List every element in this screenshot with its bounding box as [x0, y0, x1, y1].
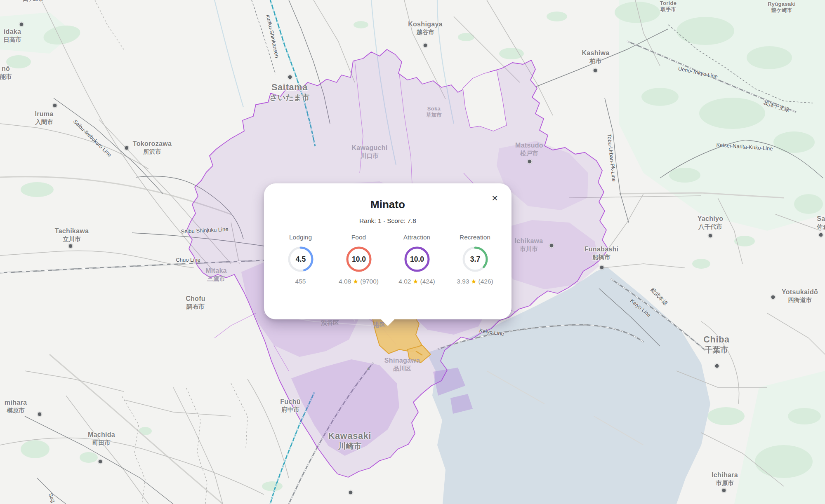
score-gauge: 10.0 [345, 245, 373, 273]
svg-text:10.0: 10.0 [351, 255, 365, 263]
svg-text:3.7: 3.7 [470, 255, 480, 263]
star-icon: ★ [413, 278, 418, 285]
category-label: Food [333, 234, 384, 241]
sub-value: 4.08 [339, 278, 351, 285]
ward-popup: ✕ Minato Rank: 1 · Score: 7.8 Lodging 4.… [264, 183, 512, 319]
review-count: (424) [420, 278, 435, 285]
category-column: Lodging 4.5 455 [275, 234, 326, 285]
category-row: Lodging 4.5 455 Food 10.0 4.08 ★ (9700) … [264, 234, 512, 285]
svg-text:4.5: 4.5 [295, 255, 306, 263]
category-sub: 4.08 ★ (9700) [333, 278, 384, 285]
score-gauge: 10.0 [403, 245, 431, 273]
category-sub: 4.02 ★ (424) [391, 278, 443, 285]
map-app: Saitama さいたま市 Koshigaya 越谷市 Kashiwa 柏市 T… [0, 0, 825, 504]
category-label: Recreation [449, 234, 501, 241]
rank-score-text: Rank: 1 · Score: 7.8 [264, 217, 512, 225]
category-label: Attraction [391, 234, 443, 241]
sub-value: 4.02 [398, 278, 411, 285]
review-count: (426) [478, 278, 493, 285]
popup-title: Minato [264, 198, 512, 211]
review-count: (9700) [360, 278, 379, 285]
star-icon: ★ [471, 278, 476, 285]
score-gauge: 4.5 [287, 245, 315, 273]
close-button[interactable]: ✕ [491, 194, 498, 202]
category-label: Lodging [275, 234, 326, 241]
sub-value: 3.93 [457, 278, 469, 285]
category-column: Food 10.0 4.08 ★ (9700) [333, 234, 384, 285]
category-column: Recreation 3.7 3.93 ★ (426) [449, 234, 501, 285]
score-gauge: 3.7 [461, 245, 489, 273]
category-sub: 455 [275, 278, 326, 285]
category-column: Attraction 10.0 4.02 ★ (424) [391, 234, 443, 285]
svg-text:10.0: 10.0 [410, 255, 424, 263]
sub-value: 455 [295, 278, 306, 285]
star-icon: ★ [353, 278, 358, 285]
category-sub: 3.93 ★ (426) [449, 278, 501, 285]
